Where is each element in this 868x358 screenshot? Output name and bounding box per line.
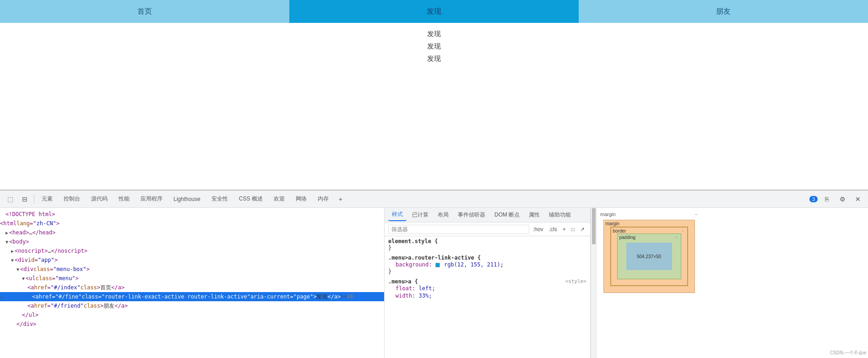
bm-padding-text: padding — [619, 235, 636, 240]
toolbar-divider — [34, 195, 34, 204]
box-model-title: margin − — [600, 212, 698, 217]
nav-link-home[interactable]: 首页 — [137, 7, 152, 16]
devtools-toolbar: ⬚ ⊟ 元素 控制台 源代码 性能 应用程序 Lighthouse 安全性 CS… — [0, 190, 868, 208]
dom-line-a-discover[interactable]: … <a href="#/fine" class="router-link-ex… — [0, 292, 384, 301]
color-swatch[interactable] — [435, 263, 440, 267]
bm-margin-text: margin — [606, 221, 620, 226]
tab-network[interactable]: 网络 — [291, 193, 311, 205]
margin-label: margin — [600, 212, 616, 217]
close-icon[interactable]: ✕ — [852, 193, 864, 206]
menu-box-triangle[interactable]: ▼ — [16, 266, 19, 273]
toggle-btn[interactable]: ↗ — [578, 225, 586, 233]
ul-triangle[interactable]: ▼ — [22, 275, 25, 282]
line-indicator: … — [0, 293, 3, 300]
tab-console[interactable]: 控制台 — [59, 193, 85, 205]
styles-content: element.style { } .menu>a.router-link-ac… — [385, 236, 590, 358]
dom-line-head[interactable]: ▶ <head> … </head> — [0, 228, 384, 237]
styles-panel: 样式 已计算 布局 事件侦听器 DOM 断点 属性 辅助功能 :hov .cls… — [385, 208, 591, 358]
tab-css-overview[interactable]: CSS 概述 — [234, 193, 267, 205]
settings-gear-icon[interactable]: ⚙ — [836, 193, 849, 206]
style-block-router-active: .menu>a.router-link-active { background:… — [388, 255, 586, 275]
content-line-2: 发现 — [0, 40, 868, 52]
style-selector-router-active: .menu>a.router-link-active { — [388, 255, 586, 261]
styles-filter-input[interactable] — [388, 225, 529, 234]
noscript-expand-triangle[interactable]: ▶ — [11, 248, 14, 255]
dom-line-app-div[interactable]: ▼ <div id="app"> — [0, 255, 384, 265]
bm-content-size: 504.237×50 — [637, 254, 661, 259]
style-source-2: <style> — [565, 278, 586, 284]
new-style-rule-btn[interactable]: □ — [570, 225, 576, 233]
dom-line-doctype[interactable]: <!DOCTYPE html> — [0, 210, 384, 219]
styles-tab-properties[interactable]: 属性 — [525, 209, 543, 221]
styles-scrollbar[interactable] — [591, 208, 596, 358]
tab-performance[interactable]: 性能 — [114, 193, 134, 205]
tab-welcome[interactable]: 欢迎 — [269, 193, 289, 205]
tab-sources[interactable]: 源代码 — [87, 193, 112, 205]
style-prop-float: float: left; — [388, 285, 586, 292]
dom-line-close-ul[interactable]: </ul> — [0, 310, 384, 320]
dom-line-a-home[interactable]: <a href="#/index" class>首页</a> — [0, 283, 384, 292]
issues-badge[interactable]: 3 — [809, 196, 818, 202]
tab-application[interactable]: 应用程序 — [136, 193, 167, 205]
styles-tab-accessibility[interactable]: 辅助功能 — [545, 209, 575, 221]
style-selector-menu-a: .menu>a { <style> — [388, 278, 586, 285]
cls-filter-btn[interactable]: .cls — [547, 225, 559, 233]
styles-tabs-bar: 样式 已计算 布局 事件侦听器 DOM 断点 属性 辅助功能 — [385, 208, 590, 222]
style-close-element: } — [388, 244, 586, 251]
doctype-tag: <!DOCTYPE html> — [5, 210, 55, 218]
nav-item-home[interactable]: 首页 — [0, 0, 289, 23]
style-selector-element: element.style { — [388, 238, 586, 244]
style-block-menu-a: .menu>a { <style> float: left; width: 33… — [388, 278, 586, 299]
dom-tree-panel: <!DOCTYPE html> <html lang="zh-CN" > ▶ <… — [0, 208, 385, 358]
dom-line-a-friends[interactable]: <a href="#/friend" class>朋友</a> — [0, 301, 384, 310]
devtools-body: <!DOCTYPE html> <html lang="zh-CN" > ▶ <… — [0, 208, 868, 358]
style-block-element: element.style { } — [388, 238, 586, 251]
head-expand-triangle[interactable]: ▶ — [5, 229, 8, 236]
dom-line-close-menu-box[interactable]: </div> — [0, 320, 384, 329]
dom-line-html[interactable]: <html lang="zh-CN" > — [0, 219, 384, 228]
box-model-visual: margin border − padding − 504.237×50 — [603, 220, 695, 293]
content-line-3: 发现 — [0, 52, 868, 65]
dom-line-menu-ul[interactable]: ▼ <ul class="menu"> — [0, 274, 384, 283]
bm-padding-minus: − — [675, 235, 678, 240]
add-tab-button[interactable]: + — [335, 194, 346, 205]
dom-line-noscript[interactable]: ▶ <noscript> … </noscript> — [0, 246, 384, 255]
dom-line-menu-box[interactable]: ▼ <div class="menu-box"> — [0, 265, 384, 274]
browser-viewport: 首页 发现 朋友 发现 发现 发现 — [0, 0, 868, 190]
bm-border-minus: − — [682, 228, 684, 233]
tab-lighthouse[interactable]: Lighthouse — [169, 194, 205, 204]
tab-elements[interactable]: 元素 — [37, 193, 57, 205]
style-prop-width: width: 33%; — [388, 292, 586, 299]
styles-filter-row: :hov .cls + □ ↗ — [385, 222, 590, 236]
styles-tab-computed[interactable]: 已计算 — [408, 209, 432, 221]
styles-tab-dom-breakpoints[interactable]: DOM 断点 — [491, 209, 523, 221]
styles-tab-styles[interactable]: 样式 — [388, 209, 407, 221]
devtools-panel: ⬚ ⊟ 元素 控制台 源代码 性能 应用程序 Lighthouse 安全性 CS… — [0, 190, 868, 358]
styles-tab-layout[interactable]: 布局 — [434, 209, 452, 221]
styles-tab-event-listeners[interactable]: 事件侦听器 — [454, 209, 489, 221]
nav-link-discover[interactable]: 发现 — [427, 7, 441, 16]
add-style-btn[interactable]: + — [561, 225, 568, 233]
body-expand-triangle[interactable]: ▼ — [5, 239, 8, 245]
nav-bar: 首页 发现 朋友 — [0, 0, 868, 23]
hover-filter-btn[interactable]: :hov — [531, 225, 545, 233]
dom-line-body[interactable]: ▼ <body> — [0, 237, 384, 246]
toolbar-right: 3 ⎘ ⚙ ✕ — [809, 193, 864, 206]
html-open-tag: <html — [0, 219, 16, 228]
nav-item-discover[interactable]: 发现 — [289, 0, 579, 23]
bm-content-box: 504.237×50 — [626, 243, 672, 270]
app-div-triangle[interactable]: ▼ — [11, 257, 14, 264]
content-line-1: 发现 — [0, 27, 868, 40]
tab-memory[interactable]: 内存 — [313, 193, 333, 205]
bm-border-text: border — [613, 228, 626, 233]
inspect-icon-btn[interactable]: ⬚ — [4, 193, 16, 206]
nav-link-friends[interactable]: 朋友 — [716, 7, 731, 16]
settings-share-icon[interactable]: ⎘ — [820, 193, 833, 206]
scrollbar-thumb[interactable] — [592, 208, 596, 244]
nav-item-friends[interactable]: 朋友 — [579, 0, 868, 23]
device-mode-icon-btn[interactable]: ⊟ — [18, 193, 31, 206]
style-close-router: } — [388, 268, 586, 275]
tab-security[interactable]: 安全性 — [207, 193, 233, 205]
style-prop-background: background: rgb(12, 155, 211); — [388, 261, 586, 268]
margin-dash: − — [695, 212, 698, 217]
